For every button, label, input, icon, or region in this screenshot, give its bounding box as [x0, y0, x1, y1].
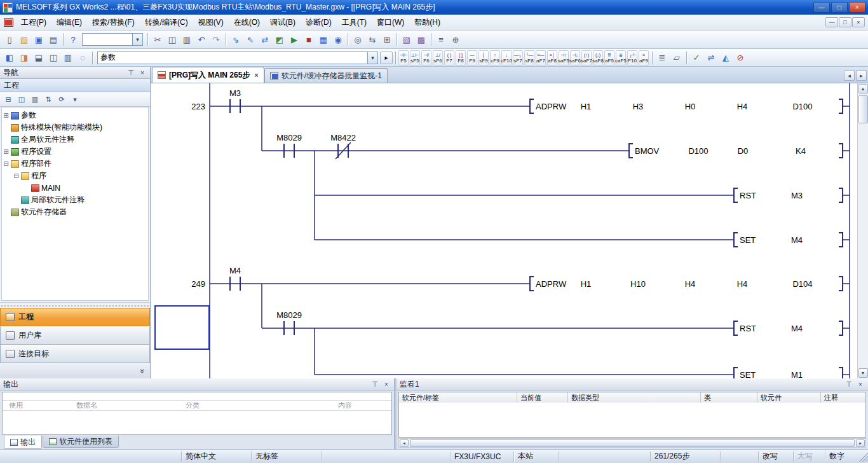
close-button[interactable]: × — [849, 2, 865, 13]
ladder-symbol-button[interactable]: ( )F7 — [444, 50, 454, 66]
read-from-plc-icon[interactable]: ⇖ — [243, 32, 257, 46]
tree-item-program-setting[interactable]: ⊞程序设置 — [2, 146, 148, 158]
remote-operation-icon[interactable]: ◩ — [273, 32, 287, 46]
cross-ref-window-icon[interactable]: ▥ — [61, 51, 75, 65]
tab-scroll-left-icon[interactable]: ◂ — [844, 70, 855, 81]
watch-column-header[interactable]: 软元件 — [757, 392, 821, 403]
ladder-symbol-button[interactable]: (↑)saF7 — [581, 50, 592, 66]
monitor-mode-icon[interactable]: ◭ — [719, 51, 733, 65]
watch-column-header[interactable]: 软元件/标签 — [399, 392, 517, 403]
close-icon[interactable]: × — [138, 69, 147, 77]
ladder-canvas[interactable]: 223 249 M3 M8029 M8422 M4 M8029 ADPRW H1… — [151, 83, 857, 378]
tab-device-usage-list[interactable]: 软元件使用列表 — [43, 436, 119, 448]
tree-view-icon[interactable]: ⊟ — [2, 93, 15, 106]
ladder-symbol-button[interactable]: ↓cF10 — [501, 50, 512, 66]
ladder-symbol-button[interactable]: [ ]F8 — [456, 50, 466, 66]
tree-item-pou[interactable]: ⊟程序部件 — [2, 158, 148, 170]
ladder-symbol-button[interactable]: ⊥⊢sF5 — [410, 50, 420, 66]
tab-main-program[interactable]: [PRG]写入 MAIN 265步 × — [152, 67, 264, 83]
statement-display-icon[interactable]: ≡ — [434, 32, 448, 46]
ladder-symbol-button[interactable]: ⊣⊢F5 — [398, 50, 409, 66]
device-find-icon[interactable]: ◌ — [76, 51, 90, 65]
ladder-symbol-button[interactable]: ┌┴F10 — [627, 50, 637, 66]
verify-with-plc-icon[interactable]: ⇄ — [258, 32, 272, 46]
print-icon[interactable]: ▤ — [46, 32, 60, 46]
combo-dropdown-icon[interactable]: ▾ — [367, 52, 377, 64]
combo-dropdown-icon[interactable]: ▾ — [132, 34, 142, 45]
mdi-child-icon[interactable] — [4, 18, 13, 27]
sort-icon[interactable]: ⇅ — [42, 93, 55, 106]
ladder-symbol-button[interactable]: —F9 — [467, 50, 477, 66]
find-replace-icon[interactable]: ⇆ — [365, 32, 379, 46]
pin-icon[interactable]: ⊤ — [370, 380, 379, 389]
tab-output[interactable]: 输出 — [4, 436, 42, 449]
resize-grip[interactable] — [858, 452, 868, 462]
tree-item-device-memory[interactable]: 软元件存储器 — [2, 206, 148, 218]
ladder-symbol-button[interactable]: ⊣↑saF5 — [559, 50, 569, 66]
ladder-symbol-button[interactable]: ⊣↓saF6 — [570, 50, 580, 66]
convert-compile-icon[interactable]: ⇌ — [704, 51, 718, 65]
menu-item[interactable]: 编辑(E) — [51, 15, 87, 30]
watch-body[interactable] — [398, 403, 866, 438]
ladder-symbol-button[interactable]: ⊥/sF6 — [433, 50, 443, 66]
tree-item-program[interactable]: ⊟程序 — [2, 170, 148, 182]
program-check-icon[interactable]: ✓ — [689, 51, 703, 65]
view-button-connection-destination[interactable]: 连接目标 — [0, 345, 150, 363]
mdi-restore-button[interactable]: □ — [839, 17, 851, 27]
ladder-symbol-button[interactable]: └—sF8 — [524, 50, 534, 66]
menu-item[interactable]: 诊断(D) — [301, 15, 337, 30]
minimize-button[interactable]: — — [813, 2, 830, 13]
mdi-close-button[interactable]: × — [852, 17, 865, 27]
function-block-window-icon[interactable]: ◨ — [17, 51, 31, 65]
tree-item-global-device-comment[interactable]: 全局软元件注释 — [2, 134, 148, 146]
maximize-button[interactable]: □ — [831, 2, 848, 13]
copy-item-icon[interactable]: ◫ — [15, 93, 28, 106]
ladder-symbol-button[interactable]: ↑cF9 — [490, 50, 500, 66]
scroll-left-icon[interactable]: ◂ — [400, 439, 409, 447]
edit-ladder-icon[interactable]: ▱ — [670, 51, 684, 65]
ladder-symbol-button[interactable]: ⇈aF5 — [604, 50, 614, 66]
device-list-icon[interactable]: ▧ — [400, 32, 414, 46]
scroll-right-icon[interactable]: ▸ — [856, 439, 865, 447]
watch-window-icon[interactable]: ◉ — [331, 32, 345, 46]
close-icon[interactable]: × — [856, 380, 865, 389]
menu-item[interactable]: 在线(O) — [229, 15, 265, 30]
view-button-project[interactable]: 工程 — [0, 308, 150, 326]
scroll-up-icon[interactable]: ▲ — [858, 84, 868, 93]
scrollbar-thumb[interactable] — [410, 439, 855, 447]
paste-icon[interactable]: ▥ — [180, 32, 194, 46]
write-to-plc-icon[interactable]: ⇘ — [229, 32, 243, 46]
view-button-user-library[interactable]: 用户库 — [0, 326, 150, 345]
expander-icon[interactable]: ⊟ — [12, 172, 20, 179]
monitor-stop-icon[interactable]: ■ — [302, 32, 316, 46]
tab-scroll-right-icon[interactable]: ▸ — [856, 70, 867, 81]
watch-column-header[interactable]: 注释 — [821, 392, 865, 403]
menu-item[interactable]: 工程(P) — [16, 15, 51, 30]
menu-item[interactable]: 转换/编译(C) — [140, 15, 193, 30]
tree-item-intelligent-module[interactable]: 特殊模块(智能功能模块) — [2, 121, 148, 134]
ladder-symbol-button[interactable]: ×│aF8 — [547, 50, 557, 66]
tree-item-parameter[interactable]: ⊞参数 — [2, 109, 148, 121]
menu-item[interactable]: 搜索/替换(F) — [87, 15, 140, 30]
docking-layout-icon[interactable]: ◫ — [46, 51, 60, 65]
refresh-icon[interactable]: ⟳ — [55, 93, 68, 106]
expander-icon[interactable]: ⊞ — [2, 148, 10, 155]
cross-reference-icon[interactable]: ⊞ — [380, 32, 394, 46]
tree-item-local-device-comment[interactable]: 局部软元件注释 — [2, 194, 148, 206]
scrollbar-thumb[interactable] — [858, 95, 868, 123]
display-filter-icon[interactable]: ▾ — [69, 93, 81, 106]
navigation-window-icon[interactable]: ◧ — [3, 51, 17, 65]
menu-item[interactable]: 窗口(W) — [372, 15, 409, 30]
ladder-symbol-button[interactable]: (↓)saF8 — [593, 50, 603, 66]
scroll-down-icon[interactable]: ▼ — [858, 368, 868, 378]
find-icon[interactable]: ◎ — [351, 32, 365, 46]
ladder-editor[interactable]: 223 249 M3 M8029 M8422 M4 M8029 ADPRW H1… — [151, 83, 868, 378]
paste-item-icon[interactable]: ▥ — [29, 93, 41, 106]
device-comment-icon[interactable]: ▩ — [414, 32, 428, 46]
expander-icon[interactable]: ⊟ — [2, 160, 10, 167]
combo-browse-button[interactable]: ▸ — [380, 52, 393, 64]
ladder-symbol-button[interactable]: ⊣/F6 — [421, 50, 431, 66]
menu-item[interactable]: 帮助(H) — [409, 15, 445, 30]
watch-column-header[interactable]: 类 — [701, 392, 757, 403]
vertical-scrollbar[interactable]: ▲ ▼ — [857, 83, 868, 378]
